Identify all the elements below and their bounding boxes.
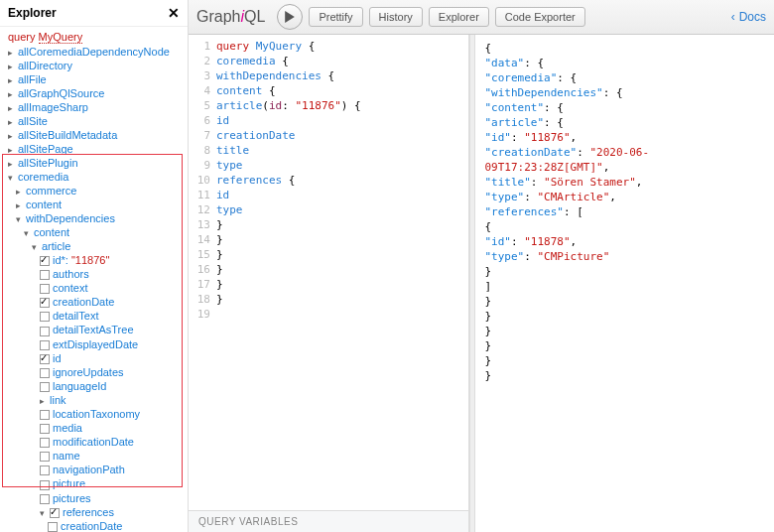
panes: 12345678910111213141516171819 query MyQu… <box>189 35 774 532</box>
checkbox-icon[interactable] <box>48 522 58 532</box>
tree-root-item[interactable]: allSitePlugin <box>4 156 188 170</box>
tree-wd-content[interactable]: content <box>4 225 188 239</box>
explorer-panel: Explorer ✕ query MyQuery allCoremediaDep… <box>0 0 189 532</box>
explorer-header: Explorer ✕ <box>0 0 188 27</box>
explorer-button[interactable]: Explorer <box>429 7 489 27</box>
query-name-input[interactable]: MyQuery <box>39 31 83 44</box>
tree-field-creationDate[interactable]: creationDate <box>4 295 188 309</box>
line-gutter: 12345678910111213141516171819 <box>189 39 216 510</box>
tree-field-modificationDate[interactable]: modificationDate <box>4 435 188 449</box>
checkbox-icon[interactable] <box>50 508 60 518</box>
checkbox-icon[interactable] <box>40 327 50 336</box>
tree-article-id-arg[interactable]: id*: "11876" <box>4 253 188 267</box>
tree-root-item[interactable]: allFile <box>4 72 188 86</box>
tree-root-item[interactable]: allImageSharp <box>4 100 188 114</box>
code-exporter-button[interactable]: Code Exporter <box>495 7 585 27</box>
explorer-title: Explorer <box>8 6 57 20</box>
history-button[interactable]: History <box>369 7 423 27</box>
tree-field-locationTaxonomy[interactable]: locationTaxonomy <box>4 407 188 421</box>
checkbox-icon[interactable] <box>40 368 50 378</box>
query-declaration: query MyQuery <box>4 29 188 45</box>
code-area[interactable]: 12345678910111213141516171819 query MyQu… <box>189 35 468 510</box>
checkbox-icon[interactable] <box>40 354 50 364</box>
tree-field-detailText[interactable]: detailText <box>4 309 188 323</box>
app-root: Explorer ✕ query MyQuery allCoremediaDep… <box>0 0 774 532</box>
tree-field-media[interactable]: media <box>4 421 188 435</box>
checkbox-icon[interactable] <box>40 284 50 294</box>
checkbox-icon[interactable] <box>40 452 50 462</box>
brand-logo: GraphiQL <box>196 8 265 26</box>
play-icon <box>284 11 296 23</box>
checkbox-icon[interactable] <box>40 312 50 322</box>
execute-button[interactable] <box>277 4 303 30</box>
checkbox-icon[interactable] <box>40 270 50 280</box>
explorer-body: query MyQuery allCoremediaDependencyNode… <box>0 27 188 532</box>
tree-field-navigationPath[interactable]: navigationPath <box>4 463 188 476</box>
checkbox-icon[interactable] <box>40 340 50 350</box>
tree-article[interactable]: article <box>4 239 188 253</box>
tree-root-item[interactable]: allSite <box>4 114 188 128</box>
tree-field-languageId[interactable]: languageId <box>4 379 188 393</box>
query-variables-bar[interactable]: QUERY VARIABLES <box>189 510 468 532</box>
close-icon[interactable]: ✕ <box>168 5 180 21</box>
toolbar: GraphiQL Prettify History Explorer Code … <box>189 0 774 35</box>
result-panel: { "data": { "coremedia": { "withDependen… <box>475 35 775 532</box>
tree-field-context[interactable]: context <box>4 281 188 295</box>
query-keyword: query <box>8 31 36 43</box>
tree-field-references[interactable]: references <box>4 505 188 519</box>
checkbox-icon[interactable] <box>40 410 50 420</box>
tree-root-item[interactable]: allDirectory <box>4 59 188 72</box>
tree-root-item[interactable]: allGraphQlSource <box>4 86 188 100</box>
checkbox-icon[interactable] <box>40 466 50 475</box>
tree-field-picture[interactable]: picture <box>4 476 188 490</box>
checkbox-icon[interactable] <box>40 494 50 504</box>
main-panel: GraphiQL Prettify History Explorer Code … <box>189 0 774 532</box>
tree-field-extDisplayedDate[interactable]: extDisplayedDate <box>4 337 188 351</box>
tree-commerce[interactable]: commerce <box>4 184 188 198</box>
tree-field-pictures[interactable]: pictures <box>4 491 188 505</box>
checkbox-icon[interactable] <box>40 256 50 266</box>
chevron-left-icon: ‹ <box>731 10 735 24</box>
query-editor[interactable]: 12345678910111213141516171819 query MyQu… <box>189 35 469 532</box>
tree-field-ignoreUpdates[interactable]: ignoreUpdates <box>4 365 188 379</box>
checkbox-icon[interactable] <box>40 382 50 392</box>
tree-field-name[interactable]: name <box>4 449 188 463</box>
checkbox-icon[interactable] <box>40 438 50 448</box>
tree-field-link[interactable]: link <box>4 393 188 407</box>
prettify-button[interactable]: Prettify <box>309 7 362 27</box>
docs-button[interactable]: ‹ Docs <box>731 10 766 24</box>
tree-field-detailTextAsTree[interactable]: detailTextAsTree <box>4 323 188 336</box>
checkbox-icon[interactable] <box>40 424 50 434</box>
tree-coremedia[interactable]: coremedia <box>4 170 188 184</box>
tree-root-item[interactable]: allSiteBuildMetadata <box>4 128 188 142</box>
tree-ref-creationDate[interactable]: creationDate <box>4 519 188 532</box>
checkbox-icon[interactable] <box>40 298 50 308</box>
tree-field-id[interactable]: id <box>4 351 188 365</box>
tree-root-item[interactable]: allCoremediaDependencyNode <box>4 45 188 59</box>
checkbox-icon[interactable] <box>40 480 50 490</box>
tree-withdependencies[interactable]: withDependencies <box>4 211 188 225</box>
tree-content[interactable]: content <box>4 198 188 211</box>
tree-field-authors[interactable]: authors <box>4 267 188 281</box>
tree-root-item[interactable]: allSitePage <box>4 142 188 156</box>
code-content[interactable]: query MyQuery { coremedia { withDependen… <box>216 39 468 510</box>
